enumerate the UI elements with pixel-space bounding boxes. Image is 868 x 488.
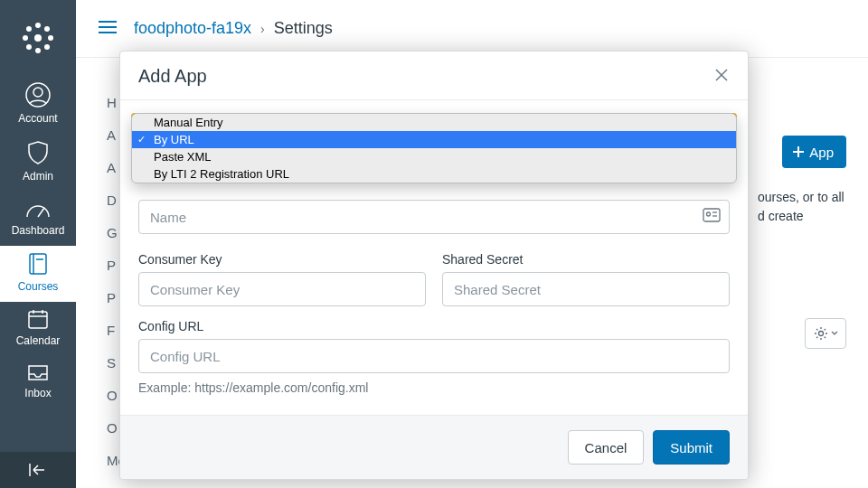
nav-label: Dashboard (12, 224, 65, 237)
calendar-icon (26, 307, 50, 331)
modal-footer: Cancel Submit (120, 415, 748, 479)
svg-rect-28 (703, 209, 720, 221)
nav-calendar[interactable]: Calendar (0, 302, 76, 356)
svg-point-10 (33, 88, 42, 97)
nav-admin[interactable]: Admin (0, 134, 76, 192)
inbox-icon (26, 361, 50, 383)
modal-close-button[interactable] (713, 67, 730, 86)
nav-label: Inbox (24, 387, 51, 399)
consumer-key-field-group: Consumer Key (138, 247, 426, 306)
nav-label: Calendar (16, 334, 61, 347)
config-url-field-group: Config URL Example: https://example.com/… (138, 319, 730, 395)
submit-button[interactable]: Submit (653, 430, 730, 465)
config-type-option-manual[interactable]: Manual Entry (132, 114, 736, 131)
hamburger-icon (98, 20, 118, 34)
config-url-hint: Example: https://example.com/config.xml (138, 380, 730, 395)
shared-secret-field-group: Shared Secret (442, 247, 730, 306)
svg-rect-12 (30, 254, 46, 274)
gauge-icon (24, 197, 52, 221)
consumer-key-input[interactable] (138, 272, 426, 306)
config-type-option-lti2[interactable]: By LTI 2 Registration URL (132, 165, 736, 183)
page-region: foodphoto-fa19x › Settings (76, 0, 868, 58)
cancel-button[interactable]: Cancel (568, 430, 645, 465)
svg-point-3 (23, 35, 28, 41)
nav-collapse-button[interactable] (0, 452, 76, 488)
plus-icon (791, 145, 806, 159)
config-url-input[interactable] (138, 339, 730, 373)
nav-inbox[interactable]: Inbox (0, 356, 76, 408)
name-field-group (138, 200, 730, 234)
svg-point-7 (26, 44, 32, 50)
svg-point-2 (35, 48, 41, 53)
add-app-button[interactable]: App (782, 136, 846, 168)
add-app-modal: Add App Manual Entry By URL Paste XML By… (119, 51, 749, 480)
nav-label: Admin (23, 170, 53, 183)
svg-point-29 (707, 212, 711, 216)
nav-label: Courses (18, 280, 59, 293)
configuration-type-field: Manual Entry By URL Paste XML By LTI 2 R… (131, 113, 737, 147)
collapse-icon (28, 462, 48, 478)
config-type-option-by-url[interactable]: By URL (132, 131, 736, 148)
svg-point-8 (44, 44, 50, 50)
contact-card-icon (703, 208, 721, 227)
svg-point-6 (44, 26, 50, 32)
breadcrumb-current: Settings (274, 19, 333, 38)
key-secret-row: Consumer Key Shared Secret (138, 247, 730, 306)
nav-label: Account (18, 112, 57, 125)
shared-secret-label: Shared Secret (442, 252, 730, 267)
breadcrumb-bar: foodphoto-fa19x › Settings (76, 0, 868, 58)
shared-secret-input[interactable] (442, 272, 730, 306)
svg-rect-15 (29, 312, 47, 328)
consumer-key-label: Consumer Key (138, 252, 426, 267)
global-nav: Account Admin Dashboard Courses Calendar… (0, 0, 76, 488)
nav-account[interactable]: Account (0, 76, 76, 134)
breadcrumb-course-link[interactable]: foodphoto-fa19x (134, 19, 251, 38)
gear-icon (814, 326, 828, 341)
modal-header: Add App (120, 52, 748, 100)
book-icon (27, 251, 49, 277)
settings-gear-button[interactable] (805, 318, 846, 349)
svg-line-11 (38, 208, 44, 217)
svg-point-5 (26, 26, 32, 32)
nav-courses[interactable]: Courses (0, 246, 76, 302)
svg-point-1 (35, 23, 41, 28)
config-type-option-paste[interactable]: Paste XML (132, 148, 736, 165)
user-icon (24, 81, 52, 108)
brand-logo (20, 20, 56, 56)
nav-dashboard[interactable]: Dashboard (0, 192, 76, 246)
background-text-fragment: ourses, or to all d create (758, 188, 844, 226)
svg-point-0 (34, 34, 42, 42)
shield-icon (26, 139, 50, 166)
svg-point-4 (48, 35, 53, 41)
breadcrumb-separator: › (260, 22, 265, 36)
caret-down-icon (831, 330, 838, 337)
canvas-logo-icon (20, 20, 56, 56)
config-url-label: Config URL (138, 319, 730, 333)
name-input[interactable] (138, 200, 730, 234)
close-icon (713, 67, 730, 83)
modal-title: Add App (138, 66, 207, 87)
svg-point-25 (818, 332, 823, 336)
configuration-type-menu: Manual Entry By URL Paste XML By LTI 2 R… (131, 113, 737, 183)
course-menu-toggle[interactable] (98, 20, 118, 37)
modal-body: Manual Entry By URL Paste XML By LTI 2 R… (120, 100, 748, 400)
